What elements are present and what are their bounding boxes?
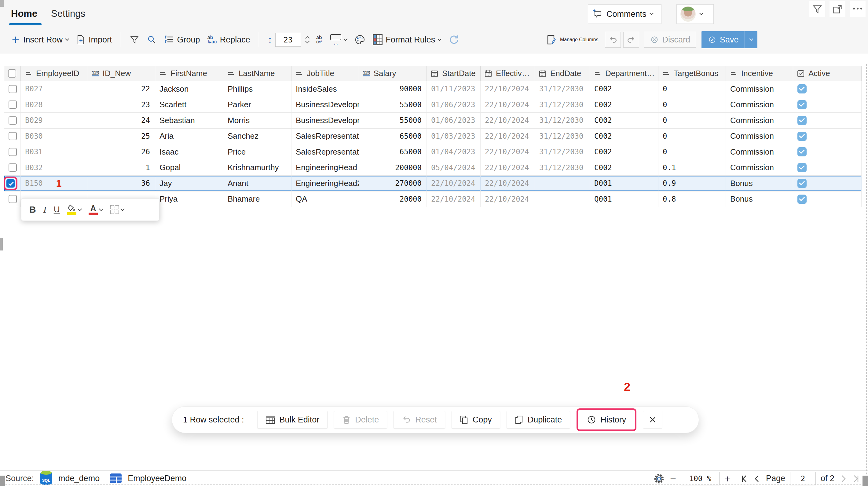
active-checkbox[interactable] <box>798 84 807 94</box>
column-header-id_new[interactable]: 123ID_New <box>88 66 155 81</box>
cell-id_new[interactable]: 36 <box>88 176 155 191</box>
fill-color-button[interactable] <box>65 202 84 217</box>
column-header-start_date[interactable]: StartDate <box>427 66 480 81</box>
cell-active[interactable] <box>793 113 862 128</box>
next-page-button[interactable] <box>839 475 847 483</box>
cell-job_title[interactable]: BusinessDevelopm <box>291 113 359 128</box>
row-checkbox[interactable] <box>6 179 15 188</box>
cell-incentive[interactable]: Commission <box>726 81 793 97</box>
cell-salary[interactable]: 20000 <box>359 192 427 207</box>
cell-department[interactable]: C002 <box>590 129 658 144</box>
cell-department[interactable]: C002 <box>590 81 658 97</box>
active-checkbox[interactable] <box>798 116 807 125</box>
cell-salary[interactable]: 200000 <box>359 160 427 176</box>
table-row[interactable]: B150136JayAnantEngineeringHead227000022/… <box>4 176 862 192</box>
cell-start_date[interactable]: 01/03/2023 <box>427 129 480 144</box>
undo-button[interactable] <box>605 32 621 47</box>
cell-incentive[interactable]: Commission <box>726 144 793 160</box>
row-height-control[interactable]: ↕ 23 <box>268 33 309 47</box>
first-page-button[interactable] <box>740 475 748 483</box>
cell-active[interactable] <box>793 176 862 191</box>
borders-button[interactable] <box>107 203 126 216</box>
active-checkbox[interactable] <box>798 179 807 188</box>
zoom-out-button[interactable]: − <box>670 474 676 484</box>
column-width-button[interactable]: ↔ <box>330 34 347 45</box>
select-all-checkbox[interactable] <box>8 69 16 77</box>
cell-first_name[interactable]: Priya <box>155 192 223 207</box>
page-number-input[interactable]: 2 <box>790 472 816 485</box>
copy-button[interactable]: Copy <box>452 411 500 428</box>
active-checkbox[interactable] <box>798 147 807 156</box>
cell-employee_id[interactable]: B030 <box>21 129 88 144</box>
row-checkbox[interactable] <box>8 100 17 109</box>
refresh-button[interactable] <box>448 34 459 45</box>
cell-end_date[interactable]: 31/12/2030 <box>535 113 590 128</box>
cell-last_name[interactable]: Anant <box>223 176 291 191</box>
column-header-active[interactable]: Active <box>793 66 862 81</box>
cell-last_name[interactable]: Parker <box>223 97 291 113</box>
cell-active[interactable] <box>793 192 862 207</box>
insert-row-button[interactable]: Insert Row <box>11 35 68 44</box>
table-name[interactable]: EmployeeDemo <box>128 474 186 483</box>
cell-department[interactable]: D001 <box>590 176 658 191</box>
cell-incentive[interactable]: Commission <box>726 160 793 176</box>
underline-button[interactable]: U <box>51 203 62 216</box>
last-page-button[interactable] <box>852 475 860 483</box>
cell-target_bonus[interactable]: 0 <box>658 97 726 113</box>
cell-department[interactable]: C002 <box>590 144 658 160</box>
comments-button[interactable]: Comments <box>588 4 661 24</box>
cell-target_bonus[interactable]: 0 <box>658 129 726 144</box>
zoom-level-input[interactable]: 100 % <box>681 472 719 485</box>
cell-last_name[interactable]: Phillips <box>223 81 291 97</box>
cell-first_name[interactable]: Scarlett <box>155 97 223 113</box>
zoom-in-button[interactable]: + <box>724 474 731 484</box>
save-button[interactable]: Save <box>702 31 758 48</box>
previous-page-button[interactable] <box>753 475 761 483</box>
cell-department[interactable]: C002 <box>590 97 658 113</box>
cell-start_date[interactable]: 01/11/2023 <box>427 81 480 97</box>
cell-start_date[interactable]: 01/06/2023 <box>427 113 480 128</box>
discard-button[interactable]: Discard <box>644 32 696 47</box>
active-checkbox[interactable] <box>798 163 807 172</box>
cell-last_name[interactable]: Sanchez <box>223 129 291 144</box>
cell-end_date[interactable] <box>535 192 590 207</box>
import-button[interactable]: Import <box>76 34 112 45</box>
table-row[interactable]: B03025AriaSanchezSalesRepresentati650000… <box>4 129 862 144</box>
active-checkbox[interactable] <box>798 132 807 141</box>
cell-id_new[interactable]: 24 <box>88 113 155 128</box>
column-header-effective_date[interactable]: Effectiv… <box>480 66 535 81</box>
active-checkbox[interactable] <box>798 100 807 109</box>
cell-effective_date[interactable]: 22/10/2024 <box>480 97 535 113</box>
search-button[interactable] <box>147 35 156 44</box>
column-header-first_name[interactable]: FirstName <box>155 66 223 81</box>
cell-job_title[interactable]: SalesRepresentati <box>291 129 359 144</box>
expand-window-button[interactable] <box>830 1 845 17</box>
cell-effective_date[interactable]: 22/10/2024 <box>480 176 535 191</box>
column-header-incentive[interactable]: Incentive <box>726 66 793 81</box>
column-header-last_name[interactable]: LastName <box>223 66 291 81</box>
cell-salary[interactable]: 90000 <box>359 81 427 97</box>
row-height-stepper[interactable] <box>306 37 309 43</box>
cell-first_name[interactable]: Sebastian <box>155 113 223 128</box>
cell-id_new[interactable]: 23 <box>88 97 155 113</box>
wrap-text-button[interactable]: ab c↵ <box>316 35 323 44</box>
cell-effective_date[interactable]: 22/10/2024 <box>480 81 535 97</box>
cell-target_bonus[interactable]: 0.8 <box>658 192 726 207</box>
table-row[interactable]: B03126IsaacPriceSalesRepresentati6500001… <box>4 144 862 160</box>
palette-button[interactable] <box>354 34 365 45</box>
cell-effective_date[interactable]: 22/10/2024 <box>480 192 535 207</box>
cell-active[interactable] <box>793 81 862 97</box>
row-checkbox[interactable] <box>8 195 17 203</box>
cell-job_title[interactable]: InsideSales <box>291 81 359 97</box>
user-menu[interactable] <box>676 4 714 24</box>
bold-button[interactable]: B <box>27 202 38 217</box>
tab-settings[interactable]: Settings <box>51 8 85 19</box>
cell-last_name[interactable]: Krishnamurthy <box>223 160 291 176</box>
replace-button[interactable]: ab ↳ac Replace <box>208 35 250 44</box>
cell-incentive[interactable]: Commission <box>726 113 793 128</box>
cell-end_date[interactable]: 31/12/2030 <box>535 160 590 176</box>
cell-id_new[interactable]: 26 <box>88 144 155 160</box>
vertical-scrollbar-thumb[interactable] <box>0 238 3 251</box>
cell-effective_date[interactable]: 22/10/2024 <box>480 129 535 144</box>
cell-department[interactable]: Q001 <box>590 192 658 207</box>
